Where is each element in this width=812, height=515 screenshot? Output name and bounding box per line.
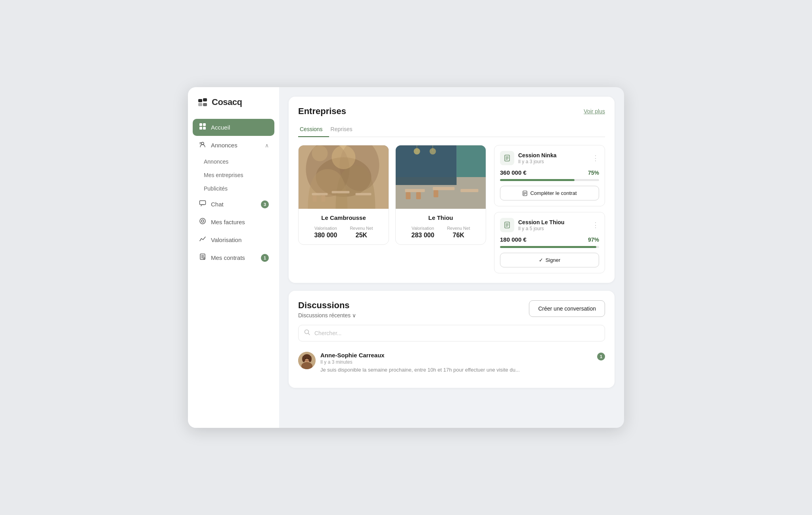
cession-ninka-meta: Cession Ninka Il y a 3 jours [518, 152, 588, 164]
cambrousse-image [299, 145, 389, 209]
sidebar-item-accueil[interactable]: Accueil [193, 119, 274, 136]
sidebar-item-annonces[interactable]: Annonces ∧ [193, 137, 274, 154]
cession-thiou-meta: Cession Le Thiou Il y a 5 jours [518, 219, 588, 231]
cession-thiou-date: Il y a 5 jours [518, 226, 588, 231]
svg-rect-21 [313, 195, 317, 202]
cambrousse-info: Le Cambrousse Valorisation 380 000 Reven… [299, 209, 389, 244]
svg-rect-4 [199, 123, 202, 126]
thiou-revenu: Revenu Net 76K [447, 226, 470, 239]
contrats-label: Mes contrats [211, 254, 245, 261]
cession-ninka-progress-fill [500, 179, 575, 181]
svg-rect-3 [203, 103, 207, 106]
svg-rect-19 [332, 191, 350, 193]
annonces-icon [198, 141, 207, 150]
cession-thiou-percent: 97% [588, 237, 599, 243]
svg-rect-27 [396, 145, 457, 185]
cession-ninka-price: 360 000 € [500, 169, 527, 176]
tab-reprises[interactable]: Reprises [329, 123, 359, 137]
svg-point-49 [308, 356, 312, 362]
search-input[interactable] [314, 330, 599, 336]
annonces-submenu: Annonces Mes entreprises Publicités [193, 155, 274, 195]
chat-icon [198, 200, 207, 209]
svg-rect-2 [198, 103, 202, 106]
entreprises-layout: Le Cambrousse Valorisation 380 000 Reven… [298, 145, 605, 273]
valorisation-icon [198, 235, 207, 244]
discussion-preview: Je suis disponible la semaine prochaine,… [320, 366, 592, 374]
cambrousse-scene-svg [299, 145, 389, 209]
cession-ninka-icon [500, 151, 514, 165]
thiou-image [396, 145, 486, 209]
discussion-badge: 1 [597, 353, 605, 360]
discussions-card: Discussions Discussions récentes ∨ Créer… [289, 291, 615, 388]
factures-icon [198, 217, 207, 227]
sidebar-item-mes-entreprises[interactable]: Mes entreprises [198, 169, 274, 181]
discussion-content: Anne-Sophie Carreaux Il y a 3 minutes Je… [320, 352, 592, 374]
cession-ninka-more[interactable]: ⋮ [592, 154, 599, 162]
cession-ninka-btn[interactable]: Compléter le contrat [500, 186, 599, 200]
cession-thiou-more[interactable]: ⋮ [592, 221, 599, 229]
svg-rect-36 [416, 192, 421, 199]
doc-icon [504, 154, 511, 162]
logo: Cosacq [188, 97, 279, 119]
entreprise-card-cambrousse[interactable]: Le Cambrousse Valorisation 380 000 Reven… [298, 145, 389, 245]
tab-cessions[interactable]: Cessions [298, 123, 329, 137]
thiou-valorisation: Valorisation 283 000 [412, 226, 435, 239]
valorisation-label: Valorisation [211, 237, 241, 243]
svg-point-10 [200, 218, 205, 224]
contrats-icon [198, 253, 207, 262]
svg-rect-38 [457, 145, 486, 177]
accueil-icon [198, 123, 207, 132]
avatar [298, 352, 316, 369]
entreprises-card: Entreprises Voir plus Cessions Reprises [289, 97, 615, 283]
svg-point-24 [312, 145, 328, 161]
annonces-label: Annonces [211, 142, 237, 149]
entreprise-card-thiou[interactable]: Le Thiou Valorisation 283 000 Revenu Net… [395, 145, 486, 245]
entreprises-title: Entreprises [298, 106, 346, 116]
thiou-stats: Valorisation 283 000 Revenu Net 76K [401, 226, 480, 239]
svg-rect-18 [312, 193, 328, 195]
cambrousse-stats: Valorisation 380 000 Revenu Net 25K [304, 226, 383, 239]
svg-rect-6 [199, 127, 202, 130]
sidebar-item-contrats[interactable]: Mes contrats 1 [193, 249, 274, 266]
sidebar-item-chat[interactable]: Chat 3 [193, 196, 274, 213]
svg-point-11 [201, 220, 204, 222]
factures-label: Mes factures [211, 219, 245, 225]
discussion-item[interactable]: Anne-Sophie Carreaux Il y a 3 minutes Je… [298, 347, 605, 378]
svg-rect-7 [203, 127, 206, 130]
svg-point-23 [332, 145, 356, 169]
entreprises-header: Entreprises Voir plus [298, 106, 605, 116]
cession-thiou-progress-bar [500, 246, 599, 248]
svg-point-50 [305, 358, 306, 359]
svg-rect-1 [203, 98, 207, 101]
sidebar-item-publicites[interactable]: Publicités [198, 182, 274, 195]
discussion-time: Il y a 3 minutes [320, 359, 592, 365]
cession-ninka-progress-bar [500, 179, 599, 181]
svg-rect-0 [198, 99, 202, 102]
cession-thiou-progress-fill [500, 246, 596, 248]
chat-badge: 3 [261, 200, 269, 208]
discussions-header: Discussions Discussions récentes ∨ Créer… [298, 300, 605, 319]
cambrousse-valorisation: Valorisation 380 000 [314, 226, 337, 239]
svg-rect-37 [434, 190, 439, 197]
chevron-down-icon: ∨ [352, 312, 356, 319]
main-content: Entreprises Voir plus Cessions Reprises [279, 87, 624, 428]
entreprises-tabs: Cessions Reprises [298, 123, 605, 137]
cession-ninka-date: Il y a 3 jours [518, 159, 588, 164]
cambrousse-revenu: Revenu Net 25K [350, 226, 373, 239]
voir-plus-link[interactable]: Voir plus [584, 108, 605, 114]
sidebar-item-factures[interactable]: Mes factures [193, 214, 274, 231]
chat-label: Chat [211, 201, 224, 208]
sidebar-item-valorisation[interactable]: Valorisation [193, 231, 274, 248]
search-svg [304, 329, 310, 336]
discussions-header-left: Discussions Discussions récentes ∨ [298, 300, 356, 319]
svg-rect-22 [322, 195, 326, 202]
thiou-info: Le Thiou Valorisation 283 000 Revenu Net… [396, 209, 486, 244]
sidebar-item-annonces-sub[interactable]: Annonces [198, 155, 274, 168]
annonces-chevron: ∧ [265, 142, 269, 149]
cession-ninka-header: Cession Ninka Il y a 3 jours ⋮ [500, 151, 599, 165]
cession-thiou-btn[interactable]: ✓ Signer [500, 253, 599, 267]
svg-rect-34 [461, 189, 479, 192]
svg-rect-5 [203, 123, 206, 126]
discussions-subtitle[interactable]: Discussions récentes ∨ [298, 312, 356, 319]
create-conversation-button[interactable]: Créer une conversation [529, 300, 605, 317]
